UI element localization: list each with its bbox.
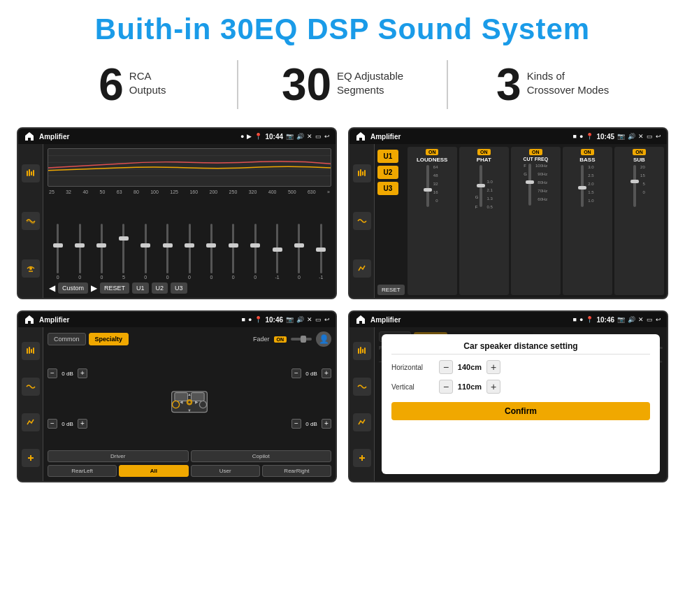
sub-on[interactable]: ON — [633, 149, 646, 155]
bass-slider[interactable] — [581, 165, 584, 207]
slider-9[interactable]: 0 — [245, 224, 266, 280]
screen-br-title: Amplifier — [370, 316, 569, 324]
slider-2[interactable]: 0 — [92, 224, 112, 280]
amp-sidebar-btn-1[interactable] — [353, 164, 371, 182]
u1-button-tr[interactable]: U1 — [377, 150, 398, 163]
amp-u-buttons: U1 U2 U3 RESET — [377, 147, 405, 295]
rr-plus-button[interactable]: + — [322, 419, 331, 429]
rearleft-button[interactable]: RearLeft — [48, 465, 117, 477]
home-icon[interactable] — [24, 131, 35, 142]
cs-sidebar-btn-3[interactable] — [22, 413, 40, 431]
stats-row: 6 RCAOutputs 30 EQ AdjustableSegments 3 … — [0, 53, 685, 122]
rl-plus-button[interactable]: + — [78, 419, 87, 429]
sub-slider[interactable] — [633, 165, 636, 207]
amp-sidebar-btn-2[interactable] — [353, 212, 371, 230]
u2-button-tl[interactable]: U2 — [152, 282, 168, 294]
u2-button-tr[interactable]: U2 — [377, 166, 398, 179]
screen-tr-title: Amplifier — [370, 133, 569, 141]
stat-rca-number: 6 — [99, 62, 124, 107]
rl-minus-button[interactable]: − — [48, 419, 57, 429]
home-icon-bl[interactable] — [24, 314, 35, 325]
slider-8[interactable]: 0 — [223, 224, 243, 280]
back-icon-tr[interactable]: ↩ — [656, 133, 661, 140]
vertical-minus-button[interactable]: − — [439, 380, 453, 394]
avatar-icon[interactable]: 👤 — [316, 331, 331, 347]
fr-plus-button[interactable]: + — [322, 368, 331, 378]
home-icon-br[interactable] — [355, 314, 366, 325]
confirm-button[interactable]: Confirm — [391, 402, 650, 420]
eq-play-button[interactable]: ▶ — [91, 283, 97, 293]
driver-button[interactable]: Driver — [48, 450, 189, 462]
horizontal-minus-button[interactable]: − — [439, 360, 453, 374]
back-icon-tl[interactable]: ↩ — [324, 133, 330, 140]
slider-1[interactable]: 0 — [69, 224, 89, 280]
fr-minus-button[interactable]: − — [291, 368, 301, 378]
u3-button-tl[interactable]: U3 — [171, 282, 187, 294]
phat-slider[interactable] — [480, 165, 482, 207]
vertical-plus-button[interactable]: + — [486, 380, 500, 394]
svg-text:◀: ◀ — [180, 399, 184, 403]
phat-on[interactable]: ON — [477, 149, 491, 155]
svg-rect-9 — [358, 171, 359, 176]
slider-3[interactable]: 5 — [113, 224, 134, 280]
horizontal-plus-button[interactable]: + — [486, 360, 500, 374]
svg-rect-3 — [33, 170, 34, 176]
status-bar-bl: Amplifier ■ ● 📍 10:46 📷 🔊 ✕ ▭ ↩ — [18, 312, 336, 327]
reset-button-tr[interactable]: RESET — [377, 285, 405, 295]
u3-button-tr[interactable]: U3 — [377, 182, 398, 195]
cs-sidebar-btn-4[interactable] — [22, 449, 40, 467]
user-button-bl[interactable]: User — [191, 465, 260, 477]
close-icon-tl[interactable]: ✕ — [307, 133, 312, 140]
loudness-slider-left[interactable] — [426, 165, 429, 207]
ds-sidebar-btn-3[interactable] — [353, 413, 371, 431]
copilot-button[interactable]: Copilot — [191, 450, 332, 462]
close-icon-br[interactable]: ✕ — [638, 316, 644, 323]
rearright-button[interactable]: RearRight — [262, 465, 331, 477]
more-icon[interactable]: » — [327, 189, 330, 194]
vertical-control: − 110cm + — [439, 380, 650, 394]
slider-12[interactable]: -1 — [311, 224, 331, 280]
screen-tl-title: Amplifier — [39, 133, 236, 141]
fader-on-badge[interactable]: ON — [274, 336, 287, 343]
slider-10[interactable]: -1 — [267, 224, 287, 280]
ds-sidebar-btn-2[interactable] — [353, 378, 371, 396]
eq-prev-button[interactable]: ◀ — [49, 283, 55, 293]
common-tab[interactable]: Common — [48, 333, 86, 345]
back-icon-bl[interactable]: ↩ — [324, 316, 330, 323]
eq-sidebar-btn-2[interactable] — [22, 212, 40, 230]
all-button[interactable]: All — [119, 465, 188, 477]
svg-rect-2 — [31, 171, 32, 176]
specialty-tab[interactable]: Specialty — [89, 333, 129, 345]
freq-63: 63 — [117, 189, 122, 194]
loudness-on[interactable]: ON — [426, 149, 439, 155]
eq-sidebar-btn-1[interactable] — [22, 164, 40, 182]
fl-minus-button[interactable]: − — [48, 368, 57, 378]
slider-7[interactable]: 0 — [201, 224, 222, 280]
amp-sidebar-btn-3[interactable] — [353, 259, 371, 278]
bass-on[interactable]: ON — [581, 149, 594, 155]
cutfreq-on[interactable]: ON — [529, 149, 542, 155]
back-icon-br[interactable]: ↩ — [656, 316, 661, 323]
close-icon-bl[interactable]: ✕ — [307, 316, 312, 323]
rr-minus-button[interactable]: − — [291, 419, 301, 429]
u1-button-tl[interactable]: U1 — [132, 282, 149, 294]
close-icon-tr[interactable]: ✕ — [638, 133, 644, 140]
cutfreq-slider[interactable] — [528, 164, 531, 206]
slider-0[interactable]: 0 — [48, 224, 68, 280]
car-diagram: ▲ ▼ ◀ ▶ — [90, 350, 289, 447]
ds-sidebar-btn-1[interactable] — [353, 342, 371, 360]
fl-plus-button[interactable]: + — [78, 368, 87, 378]
slider-4[interactable]: 0 — [136, 224, 156, 280]
reset-button-tl[interactable]: RESET — [100, 282, 129, 294]
ds-sidebar-btn-4[interactable] — [353, 449, 371, 467]
eq-graph — [48, 148, 331, 187]
home-icon-tr[interactable] — [355, 131, 366, 142]
custom-button[interactable]: Custom — [58, 282, 88, 294]
cs-sidebar-btn-2[interactable] — [22, 378, 40, 396]
eq-sidebar-btn-3[interactable] — [22, 259, 40, 278]
slider-11[interactable]: 0 — [289, 224, 309, 280]
bass-label: BASS — [579, 157, 595, 163]
slider-5[interactable]: 0 — [157, 224, 178, 280]
cs-sidebar-btn-1[interactable] — [22, 342, 40, 360]
slider-6[interactable]: 0 — [179, 224, 199, 280]
